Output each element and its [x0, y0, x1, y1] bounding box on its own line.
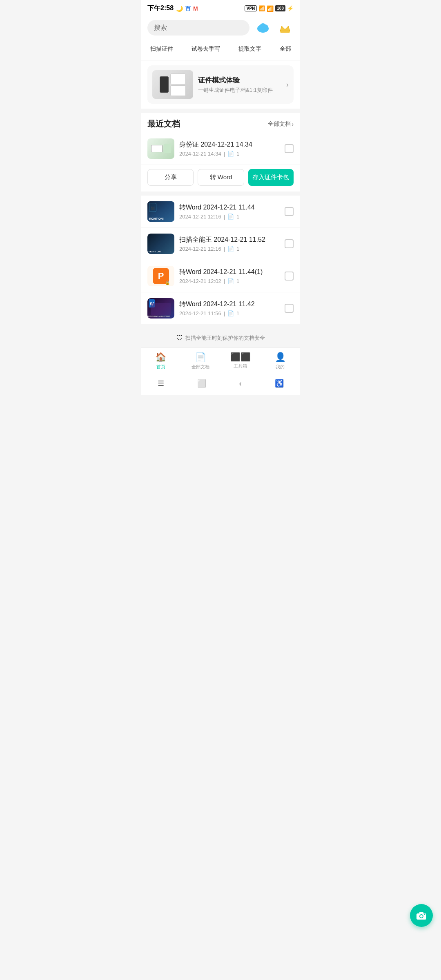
doc-title-id: 身份证 2024-12-21 14.34 [179, 140, 280, 149]
doc-checkbox-1[interactable] [285, 239, 294, 248]
home-button[interactable]: ⬜ [189, 376, 214, 390]
back-button[interactable]: ‹ [231, 377, 250, 390]
doc-info-0: 转Word 2024-12-21 11.44 2024-12-21 12:16 … [179, 203, 280, 220]
doc-meta-3: 2024-12-21 11:56 | 📄 1 [179, 310, 280, 316]
crown-button[interactable] [276, 19, 294, 36]
banner-section: 证件模式体验 一键生成证件电子档&1:1复印件 › [141, 60, 300, 109]
doc-meta-id: 2024-12-21 14:34 | 📄 1 [179, 151, 280, 157]
vpn-badge: VPN [245, 5, 257, 11]
share-button[interactable]: 分享 [147, 169, 194, 186]
nav-home[interactable]: 🏠 首页 [141, 352, 181, 370]
tab-scan-id[interactable]: 扫描证件 [146, 43, 177, 55]
doc-item-1[interactable]: FIGHT ON! 扫描全能王 2024-12-21 11.52 2024-12… [141, 228, 300, 260]
action-row: 分享 转 Word 存入证件卡包 [141, 165, 300, 192]
tab-extract-text[interactable]: 提取文字 [234, 43, 265, 55]
banner-card[interactable]: 证件模式体验 一键生成证件电子档&1:1复印件 › [147, 65, 294, 104]
doc-list: ⬛ FIGHT ON! 转Word 2024-12-21 11.44 2024-… [141, 196, 300, 325]
doc-item-0[interactable]: ⬛ FIGHT ON! 转Word 2024-12-21 11.44 2024-… [141, 196, 300, 228]
recent-docs-header: 最近文档 全部文档 › [141, 113, 300, 133]
accessibility-button[interactable]: ♿ [267, 376, 292, 390]
to-word-button[interactable]: 转 Word [198, 169, 244, 186]
battery-indicator: 100 [275, 5, 285, 11]
doc-thumbnail-id [147, 138, 174, 159]
tab-all[interactable]: 全部 [276, 43, 295, 55]
profile-icon: 👤 [275, 352, 286, 363]
svg-point-3 [260, 23, 266, 30]
charging-icon: ⚡ [287, 5, 294, 11]
docs-icon: 📄 [195, 352, 206, 363]
toolbox-icon: ⬛⬛ [230, 352, 251, 362]
game1-thumb: ⬛ FIGHT ON! [147, 201, 174, 222]
svg-rect-5 [280, 31, 290, 33]
save-id-button[interactable]: 存入证件卡包 [248, 169, 294, 186]
banner-subtitle: 一键生成证件电子档&1:1复印件 [198, 87, 281, 94]
doc-thumbnail-0: ⬛ FIGHT ON! [147, 201, 174, 222]
doc-info-1: 扫描全能王 2024-12-21 11.52 2024-12-21 12:16 … [179, 236, 280, 252]
status-bar: 下午2:58 🌙 百 M VPN 📶 📶 100 ⚡ [141, 0, 300, 15]
bottom-status: 🛡 扫描全能王时刻保护你的文档安全 [141, 329, 300, 347]
doc-thumbnail-2: P [147, 266, 174, 286]
doc-info-3: 转Word 2024-12-21 11.42 2024-12-21 11:56 … [179, 300, 280, 316]
doc-thumbnail-1: FIGHT ON! [147, 234, 174, 254]
banner-arrow: › [286, 80, 289, 89]
id-card-mock [170, 74, 186, 84]
doc-title-0: 转Word 2024-12-21 11.44 [179, 203, 280, 212]
doc-meta-1: 2024-12-21 12:16 | 📄 1 [179, 246, 280, 252]
nav-docs-label: 全部文档 [192, 364, 209, 370]
doc-info-id: 身份证 2024-12-21 14.34 2024-12-21 14:34 | … [179, 140, 280, 157]
nav-profile-label: 我的 [276, 364, 285, 370]
system-nav: ☰ ⬜ ‹ ♿ [141, 373, 300, 395]
doc-item-3[interactable]: W RRIFYING MONSTERS 转Word 2024-12-21 11.… [141, 292, 300, 325]
baidu-icon: 百 [185, 5, 191, 12]
doc-checkbox-3[interactable] [285, 304, 294, 313]
doc-title-1: 扫描全能王 2024-12-21 11.52 [179, 236, 280, 244]
menu-button[interactable]: ☰ [149, 376, 172, 390]
svg-marker-4 [280, 26, 290, 31]
doc-item-2[interactable]: P 转Word 2024-12-21 11.44(1) 2024-12-21 1… [141, 260, 300, 292]
home-icon: 🏠 [155, 352, 166, 363]
shield-icon: 🛡 [176, 334, 183, 342]
tab-remove-handwriting[interactable]: 试卷去手写 [187, 43, 224, 55]
doc-thumbnail-3: W RRIFYING MONSTERS [147, 298, 174, 318]
nav-home-label: 首页 [156, 364, 165, 370]
doc-meta-2: 2024-12-21 12:02 | 📄 1 [179, 278, 280, 284]
signal-icon: 📶 [258, 5, 265, 11]
doc-title-3: 转Word 2024-12-21 11.42 [179, 300, 280, 309]
doc-meta-0: 2024-12-21 12:16 | 📄 1 [179, 214, 280, 220]
id-card-mock-2 [170, 85, 186, 96]
wifi-icon: 📶 [267, 5, 274, 12]
moon-icon: 🌙 [176, 5, 183, 12]
gmail-icon: M [193, 5, 198, 12]
category-tabs: 扫描证件 试卷去手写 提取文字 全部 [141, 41, 300, 60]
phone-mock [160, 76, 169, 93]
doc-checkbox-2[interactable] [285, 272, 294, 281]
bottom-nav: 🏠 首页 📄 全部文档 ⬛⬛ 工具箱 👤 我的 [141, 347, 300, 373]
nav-profile[interactable]: 👤 我的 [261, 352, 301, 370]
wps-icon: P [153, 268, 169, 284]
doc-item-id[interactable]: 身份证 2024-12-21 14.34 2024-12-21 14:34 | … [141, 133, 300, 165]
doc-checkbox-id[interactable] [285, 144, 294, 153]
first-doc-section: 身份证 2024-12-21 14.34 2024-12-21 14:34 | … [141, 133, 300, 192]
recent-docs-title: 最近文档 [147, 118, 180, 129]
all-docs-link[interactable]: 全部文档 › [268, 120, 294, 128]
nav-toolbox[interactable]: ⬛⬛ 工具箱 [220, 352, 261, 370]
doc-checkbox-0[interactable] [285, 207, 294, 216]
banner-image [152, 70, 193, 99]
search-section [141, 15, 300, 41]
cloud-button[interactable] [254, 19, 272, 36]
nav-all-docs[interactable]: 📄 全部文档 [181, 352, 221, 370]
doc-info-2: 转Word 2024-12-21 11.44(1) 2024-12-21 12:… [179, 268, 280, 284]
doc-title-2: 转Word 2024-12-21 11.44(1) [179, 268, 280, 276]
nav-tools-label: 工具箱 [234, 363, 247, 369]
banner-title: 证件模式体验 [198, 76, 281, 85]
bottom-status-text: 扫描全能王时刻保护你的文档安全 [185, 334, 265, 342]
banner-text: 证件模式体验 一键生成证件电子档&1:1复印件 [198, 76, 281, 94]
search-input[interactable] [147, 20, 249, 36]
status-time: 下午2:58 [147, 4, 174, 13]
